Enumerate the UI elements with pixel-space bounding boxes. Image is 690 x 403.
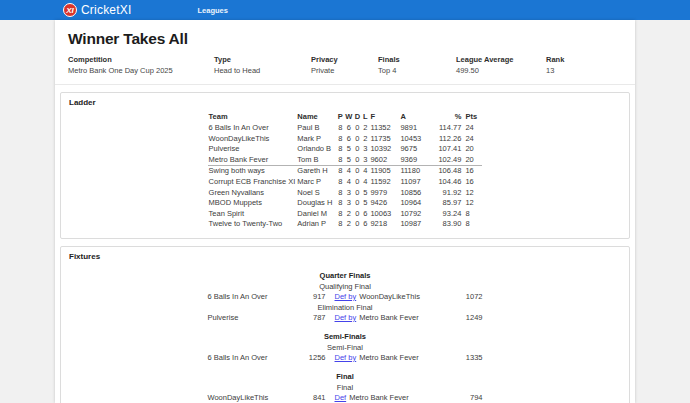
cell-against: 10987 — [399, 219, 429, 230]
meta-value: Private — [311, 66, 372, 75]
cell-w: 6 — [344, 134, 353, 145]
away-score: 1335 — [457, 353, 483, 362]
cell-for: 10392 — [369, 144, 399, 155]
result-link[interactable]: Def — [335, 393, 347, 402]
meta-rank: Rank 13 — [546, 55, 570, 75]
cell-team: Swing both ways — [208, 166, 297, 177]
col-points: Pts — [462, 112, 482, 123]
cell-name: Adrian P — [296, 219, 336, 230]
meta-label: Finals — [378, 55, 450, 64]
cell-team: MBOD Muppets — [208, 198, 297, 209]
away-team: Metro Bank Fever — [349, 393, 409, 402]
cell-team: Twelve to Twenty-Two — [208, 219, 297, 230]
cell-for: 9979 — [369, 188, 399, 199]
home-team: Pulverise — [208, 313, 300, 322]
cell-p: 8 — [336, 123, 344, 134]
cell-against: 10792 — [399, 209, 429, 220]
cell-p: 8 — [336, 177, 344, 188]
cell-team: Corrupt ECB Franchise XI — [208, 177, 297, 188]
cell-for: 11735 — [369, 134, 399, 145]
result-link[interactable]: Def by — [335, 292, 357, 301]
cell-l: 4 — [361, 166, 369, 177]
cell-p: 8 — [336, 188, 344, 199]
cell-name: Tom B — [296, 155, 336, 166]
meta-league-average: League Average 499.50 — [456, 55, 546, 75]
cell-name: Daniel M — [296, 209, 336, 220]
cell-against: 9675 — [399, 144, 429, 155]
meta-label: League Average — [456, 55, 540, 64]
cell-for: 9426 — [369, 198, 399, 209]
cell-name: Douglas H — [296, 198, 336, 209]
cell-p: 8 — [336, 219, 344, 230]
meta-label: Rank — [546, 55, 564, 64]
cell-name: Orlando B — [296, 144, 336, 155]
cell-w: 3 — [344, 188, 353, 199]
cell-l: 4 — [361, 177, 369, 188]
col-p: P — [336, 112, 344, 123]
ladder-row: Swing both ways Gareth H 8 4 0 4 11905 1… — [208, 166, 483, 177]
away-team: WoonDayLikeThis — [359, 292, 420, 301]
col-team: Team — [208, 112, 297, 123]
league-meta: Competition Metro Bank One Day Cup 2025 … — [55, 55, 635, 85]
stage-heading: Quarter Finals — [69, 271, 621, 280]
fixture-match: WoonDayLikeThis 841 DefMetro Bank Fever … — [69, 393, 621, 402]
cell-p: 8 — [336, 155, 344, 166]
cell-percentage: 114.77 — [429, 123, 462, 134]
cell-team: Pulverise — [208, 144, 297, 155]
ladder-row: WoonDayLikeThis Mark P 8 6 0 2 11735 104… — [208, 134, 483, 145]
cell-w: 4 — [344, 166, 353, 177]
cell-w: 5 — [344, 155, 353, 166]
cell-l: 6 — [361, 209, 369, 220]
cell-for: 9602 — [369, 155, 399, 166]
cell-points: 8 — [462, 209, 482, 220]
cell-for: 10063 — [369, 209, 399, 220]
cell-d: 0 — [353, 134, 361, 145]
nav-leagues[interactable]: Leagues — [197, 6, 227, 15]
cell-points: 24 — [462, 123, 482, 134]
ladder-table: Team Name P W D L F A % Pts 6 Balls In A… — [208, 112, 483, 230]
ladder-title: Ladder — [69, 98, 621, 107]
col-against: A — [399, 112, 429, 123]
cell-percentage: 102.49 — [429, 155, 462, 166]
cell-against: 10856 — [399, 188, 429, 199]
cell-against: 10453 — [399, 134, 429, 145]
col-l: L — [361, 112, 369, 123]
cell-p: 8 — [336, 209, 344, 220]
brand-name: CricketXI — [81, 3, 131, 17]
cell-team: Tean Spirit — [208, 209, 297, 220]
meta-label: Competition — [68, 55, 208, 64]
home-score: 1256 — [300, 353, 326, 362]
meta-value: Metro Bank One Day Cup 2025 — [68, 66, 208, 75]
result-link[interactable]: Def by — [335, 353, 357, 362]
cell-d: 0 — [353, 123, 361, 134]
stage-heading: Semi-Finals — [69, 332, 621, 341]
cell-points: 8 — [462, 219, 482, 230]
meta-value: Head to Head — [214, 66, 305, 75]
result-link[interactable]: Def by — [335, 313, 357, 322]
ladder-header-row: Team Name P W D L F A % Pts — [208, 112, 483, 123]
away-score: 1072 — [457, 292, 483, 301]
cell-percentage: 83.90 — [429, 219, 462, 230]
cell-w: 3 — [344, 198, 353, 209]
col-name: Name — [296, 112, 336, 123]
cell-d: 0 — [353, 209, 361, 220]
cell-percentage: 93.24 — [429, 209, 462, 220]
brand-link[interactable]: XI CricketXI — [63, 3, 131, 17]
cell-d: 0 — [353, 177, 361, 188]
col-d: D — [353, 112, 361, 123]
ladder-row: Pulverise Orlando B 8 5 0 3 10392 9675 1… — [208, 144, 483, 155]
fixture-match: Pulverise 787 Def byMetro Bank Fever 124… — [69, 313, 621, 322]
match-label: Elimination Final — [69, 303, 621, 312]
meta-competition: Competition Metro Bank One Day Cup 2025 — [68, 55, 214, 75]
cell-for: 11352 — [369, 123, 399, 134]
cell-w: 4 — [344, 177, 353, 188]
home-team: 6 Balls In An Over — [208, 353, 300, 362]
cell-points: 20 — [462, 155, 482, 166]
home-team: WoonDayLikeThis — [208, 393, 300, 402]
fixture-match: 6 Balls In An Over 1256 Def byMetro Bank… — [69, 353, 621, 362]
meta-finals: Finals Top 4 — [378, 55, 456, 75]
meta-value: 499.50 — [456, 66, 540, 75]
cell-team: Metro Bank Fever — [208, 155, 297, 166]
match-label: Qualifying Final — [69, 282, 621, 291]
meta-value: Top 4 — [378, 66, 450, 75]
